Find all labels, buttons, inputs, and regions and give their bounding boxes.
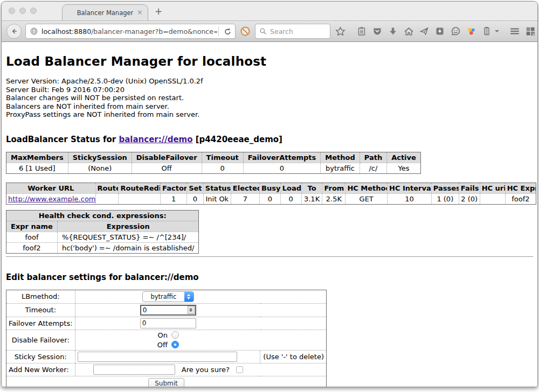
menu-icon bbox=[509, 26, 520, 37]
form-row-disable-failover: Disable Failover: On Off bbox=[6, 330, 327, 350]
col-elected: Elected bbox=[231, 183, 259, 193]
search-bar[interactable]: Search bbox=[255, 24, 330, 39]
status-heading-suffix: [p4420eeae_demo] bbox=[193, 135, 282, 144]
cell-route bbox=[95, 193, 119, 204]
tab-mosaic-button[interactable] bbox=[524, 25, 536, 38]
worker-table: Worker URL Route RouteRedir Factor Set S… bbox=[6, 183, 536, 205]
new-tab-button[interactable]: + bbox=[155, 6, 162, 17]
col-status: Status bbox=[203, 183, 231, 193]
save-to-device-button[interactable] bbox=[434, 25, 446, 38]
col-factor: Factor bbox=[161, 183, 187, 193]
cell-routeredir bbox=[119, 193, 161, 204]
url-bar[interactable]: localhost:8880/balancer-manager?b=demo&n… bbox=[25, 24, 236, 39]
reload-button[interactable] bbox=[220, 24, 235, 38]
clipboard-icon bbox=[482, 26, 492, 36]
worker-url-link[interactable]: http://www.example.com/ bbox=[8, 195, 95, 203]
feedback-button[interactable] bbox=[450, 25, 461, 38]
window-controls[interactable] bbox=[9, 8, 37, 14]
tab-title: Balancer Manager bbox=[77, 9, 134, 17]
tab-balancer-manager[interactable]: Balancer Manager × bbox=[62, 4, 148, 20]
cell-active: Yes bbox=[387, 163, 421, 173]
reload-icon bbox=[224, 27, 232, 36]
cell-path: /c/ bbox=[360, 163, 386, 173]
clipboard-dropdown-icon[interactable] bbox=[495, 30, 499, 32]
col-disablefailover: DisableFailover bbox=[132, 152, 202, 163]
clipboard-button[interactable] bbox=[481, 25, 493, 38]
cell-fails: 2 (0) bbox=[459, 193, 480, 204]
col-hc-method: HC Method bbox=[345, 183, 388, 193]
col-stickysession: StickySession bbox=[68, 152, 132, 163]
lbmethod-label: LBmethod: bbox=[6, 290, 75, 303]
home-button[interactable] bbox=[403, 25, 414, 38]
lbmethod-select[interactable]: bytraffic bbox=[142, 291, 194, 302]
cell-elected: 7 bbox=[231, 193, 259, 204]
balancer-demo-link[interactable]: balancer://demo bbox=[119, 135, 192, 144]
are-you-sure-checkbox[interactable] bbox=[236, 366, 243, 373]
disable-failover-off-radio[interactable] bbox=[171, 341, 179, 348]
status-heading: LoadBalancer Status for balancer://demo … bbox=[6, 135, 533, 144]
cell-hc-method: GET bbox=[345, 193, 388, 204]
table-header-row: Expr name Expression bbox=[6, 221, 199, 232]
tab-close-icon[interactable]: × bbox=[137, 8, 143, 17]
cell-timeout: 0 bbox=[202, 163, 243, 173]
extensions-icon bbox=[466, 26, 476, 37]
cell-to: 3.1K bbox=[301, 193, 322, 204]
number-spinner-icon[interactable] bbox=[188, 306, 195, 314]
timeout-input[interactable]: 0 bbox=[140, 305, 196, 316]
sticky-cell bbox=[75, 350, 260, 363]
close-window-icon[interactable] bbox=[9, 8, 15, 14]
block-icon bbox=[240, 26, 251, 37]
server-version: Server Version: Apache/2.5.0-dev (Unix) … bbox=[6, 77, 533, 86]
minimize-window-icon[interactable] bbox=[19, 8, 26, 14]
pocket-button[interactable] bbox=[371, 25, 383, 38]
col-set: Set bbox=[187, 183, 204, 193]
extensions-button[interactable] bbox=[465, 25, 477, 38]
bookmark-star-button[interactable] bbox=[334, 25, 346, 38]
table-title-row: Health check cond. expressions: bbox=[6, 210, 199, 221]
back-button[interactable] bbox=[6, 24, 22, 39]
share-button[interactable] bbox=[418, 25, 430, 38]
menu-button[interactable] bbox=[509, 25, 521, 38]
cell-disablefailover: Off bbox=[132, 163, 202, 173]
block-button[interactable] bbox=[239, 25, 251, 38]
table-row: 6 [1 Used] (None) Off 0 0 bytraffic /c/ … bbox=[6, 163, 421, 173]
bookmarks-menu-button[interactable] bbox=[356, 25, 368, 38]
sticky-session-input[interactable] bbox=[78, 352, 237, 362]
cell-hc-expr: foof2 bbox=[505, 193, 536, 204]
cell-expression: hc('body') =~ /domain is established/ bbox=[57, 242, 199, 253]
radio-on-label: On bbox=[157, 331, 168, 339]
cell-load: 0 bbox=[280, 193, 301, 204]
notice-persist: Balancer changes will NOT be persisted o… bbox=[6, 94, 533, 102]
url-divider bbox=[218, 26, 219, 36]
health-table-title: Health check cond. expressions: bbox=[6, 210, 199, 221]
form-row-failover: Failover Attempts: bbox=[6, 317, 327, 330]
form-row-add-worker: Add New Worker: Are you sure? bbox=[6, 363, 327, 376]
lbmethod-cell: bytraffic bbox=[75, 290, 326, 303]
cell-stickysession: (None) bbox=[68, 163, 132, 173]
divider bbox=[6, 256, 533, 257]
failover-attempts-input[interactable] bbox=[140, 318, 196, 328]
col-fails: Fails bbox=[459, 183, 480, 193]
col-hc-uri: HC uri bbox=[480, 183, 505, 193]
cell-factor: 1 bbox=[161, 193, 187, 204]
cell-worker-url: http://www.example.com/ bbox=[6, 193, 96, 204]
page-content: Load Balancer Manager for localhost Serv… bbox=[2, 43, 537, 387]
notice-balancers: Balancers are NOT inherited from main se… bbox=[6, 102, 533, 111]
disable-failover-label: Disable Failover: bbox=[6, 330, 75, 350]
cell-maxmembers: 6 [1 Used] bbox=[6, 163, 68, 173]
table-row: foof %{REQUEST_STATUS} =~ /^[234]/ bbox=[6, 232, 199, 242]
pocket-icon bbox=[372, 26, 382, 36]
cell-passes: 1 (0) bbox=[431, 193, 459, 204]
save-to-device-icon bbox=[435, 26, 445, 36]
cell-method: bytraffic bbox=[321, 163, 360, 173]
submit-button[interactable]: Submit bbox=[148, 378, 184, 387]
disable-failover-on-radio[interactable] bbox=[171, 331, 179, 339]
add-worker-input[interactable] bbox=[93, 365, 175, 375]
downloads-button[interactable] bbox=[387, 25, 399, 38]
table-header-row: MaxMembers StickySession DisableFailover… bbox=[6, 152, 421, 163]
server-info: Server Version: Apache/2.5.0-dev (Unix) … bbox=[6, 77, 533, 119]
zoom-window-icon[interactable] bbox=[30, 8, 37, 14]
notice-proxypass: ProxyPass settings are NOT inherited fro… bbox=[6, 110, 533, 119]
table-row: http://www.example.com/ 1 0 Init Ok 7 0 … bbox=[6, 193, 536, 204]
url-text[interactable]: localhost:8880/balancer-manager?b=demo&n… bbox=[42, 27, 217, 36]
